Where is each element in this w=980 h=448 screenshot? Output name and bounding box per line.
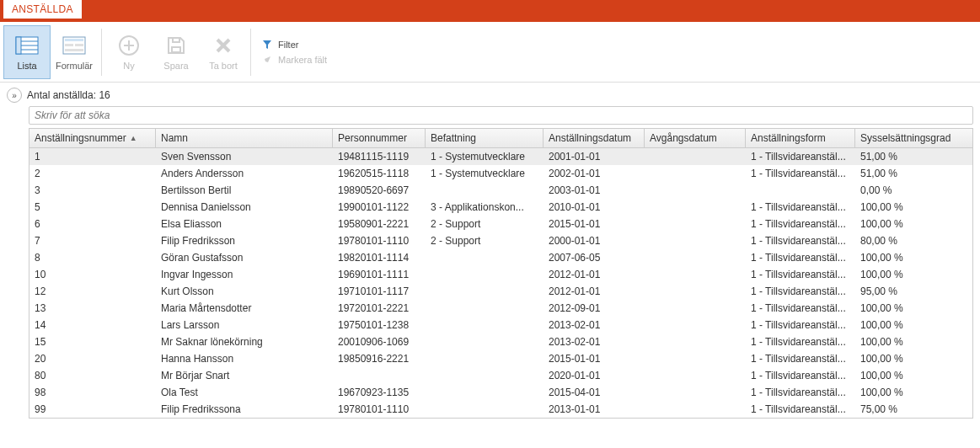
filter-button[interactable]: Filter — [261, 39, 327, 51]
col-label: Avgångsdatum — [650, 132, 717, 144]
filter-group: Filter Markera fält — [254, 39, 327, 66]
header-tab-anstallda[interactable]: ANSTÄLLDA — [3, 0, 82, 19]
cell-anstnr: 3 — [29, 184, 156, 196]
cell-pnr: 19481115-1119 — [333, 151, 426, 163]
cell-anstdatum: 2020-01-01 — [544, 370, 645, 381]
search-box[interactable] — [29, 106, 973, 125]
cell-form: 1 - Tillsvidareanstäl... — [746, 302, 855, 314]
app-header: ANSTÄLLDA — [0, 0, 980, 22]
table-row[interactable]: 7Filip Fredriksson19780101-11102 - Suppo… — [29, 232, 972, 249]
svg-rect-14 — [173, 38, 179, 42]
cell-anstnr: 8 — [29, 252, 156, 264]
cell-namn: Anders Andersson — [156, 168, 333, 179]
cell-pnr: 19900101-1122 — [333, 201, 426, 213]
cell-anstdatum: 2010-01-01 — [544, 201, 645, 213]
table-row[interactable]: 2Anders Andersson19620515-11181 - System… — [29, 165, 972, 182]
cell-anstdatum: 2012-01-01 — [544, 285, 645, 297]
cell-pnr: 19850916-2221 — [333, 353, 426, 365]
cell-pnr: 19710101-1117 — [333, 285, 426, 297]
cell-pnr: 19620515-1118 — [333, 168, 426, 179]
cell-anstnr: 12 — [29, 285, 156, 297]
toolbar: Lista Formulär Ny Spara Ta bort Filter — [0, 22, 980, 83]
cell-pnr: 19750101-1238 — [333, 319, 426, 331]
cell-pnr: 19720101-2221 — [333, 302, 426, 314]
formular-label: Formulär — [56, 61, 93, 71]
table-row[interactable]: 6Elsa Eliasson19580901-22212 - Support20… — [29, 216, 972, 232]
table-row[interactable]: 8Göran Gustafsson19820101-11142007-06-05… — [29, 249, 972, 266]
cell-grad: 75,00 % — [855, 403, 965, 415]
table-row[interactable]: 14Lars Larsson19750101-12382013-02-011 -… — [29, 317, 972, 333]
col-label: Namn — [161, 132, 188, 144]
lista-button[interactable]: Lista — [3, 25, 51, 79]
table-row[interactable]: 98Ola Test19670923-11352015-04-011 - Til… — [29, 384, 972, 401]
grid-header: Anställningsnummer ▲ Namn Personnummer B… — [29, 128, 972, 148]
table-row[interactable]: 3Bertilsson Bertil19890520-66972003-01-0… — [29, 182, 972, 199]
table-row[interactable]: 13Maria Mårtensdotter19720101-22212012-0… — [29, 300, 972, 317]
col-anstdatum[interactable]: Anställningsdatum — [544, 129, 645, 147]
cell-form: 1 - Tillsvidareanstäl... — [746, 403, 855, 415]
cell-grad: 51,00 % — [855, 168, 965, 179]
col-label: Befattning — [431, 132, 476, 144]
table-row[interactable]: 99Filip Fredrikssona19780101-11102013-01… — [29, 401, 972, 418]
cell-grad: 100,00 % — [855, 269, 965, 280]
markera-label: Markera fält — [278, 55, 327, 65]
col-namn[interactable]: Namn — [156, 129, 333, 147]
cell-namn: Dennisa Danielsson — [156, 201, 333, 213]
toolbar-separator — [101, 29, 102, 76]
count-label: Antal anställda: 16 — [27, 89, 110, 101]
col-anstnr[interactable]: Anställningsnummer ▲ — [29, 129, 156, 147]
svg-rect-9 — [65, 49, 83, 51]
cell-grad: 0,00 % — [855, 184, 965, 196]
cell-anstdatum: 2015-01-01 — [544, 353, 645, 365]
table-row[interactable]: 12Kurt Olsson19710101-11172012-01-011 - … — [29, 283, 972, 300]
search-input[interactable] — [35, 109, 967, 121]
cell-grad: 100,00 % — [855, 353, 965, 365]
cell-pnr: 19820101-1114 — [333, 252, 426, 264]
toolbar-separator — [250, 29, 251, 76]
col-avgangs[interactable]: Avgångsdatum — [645, 129, 746, 147]
list-icon — [14, 33, 40, 58]
table-row[interactable]: 10Ingvar Ingesson19690101-11112012-01-01… — [29, 266, 972, 283]
col-label: Personnummer — [338, 132, 407, 144]
cell-namn: Göran Gustafsson — [156, 252, 333, 264]
cell-pnr: 19670923-1135 — [333, 387, 426, 398]
cell-anstnr: 20 — [29, 353, 156, 365]
markera-button: Markera fält — [261, 54, 327, 66]
table-row[interactable]: 15Mr Saknar lönekörning20010906-10692013… — [29, 333, 972, 350]
delete-icon — [211, 33, 236, 58]
cell-grad: 80,00 % — [855, 235, 965, 247]
col-pnr[interactable]: Personnummer — [333, 129, 426, 147]
cell-grad: 51,00 % — [855, 151, 965, 163]
table-row[interactable]: 1Sven Svensson19481115-11191 - Systemutv… — [29, 148, 972, 165]
table-row[interactable]: 5Dennisa Danielsson19900101-11223 - Appl… — [29, 199, 972, 216]
cell-anstdatum: 2002-01-01 — [544, 168, 645, 179]
tabort-button: Ta bort — [200, 25, 247, 79]
svg-rect-13 — [172, 47, 180, 52]
funnel-icon — [261, 39, 273, 51]
form-icon — [62, 33, 87, 58]
cell-namn: Filip Fredrikssona — [156, 403, 333, 415]
cell-form: 1 - Tillsvidareanstäl... — [746, 387, 855, 398]
cell-namn: Lars Larsson — [156, 319, 333, 331]
cell-grad: 100,00 % — [855, 302, 965, 314]
table-row[interactable]: 20Hanna Hansson19850916-22212015-01-011 … — [29, 350, 972, 367]
cell-grad: 100,00 % — [855, 370, 965, 381]
formular-button[interactable]: Formulär — [51, 25, 98, 79]
spara-label: Spara — [163, 61, 188, 71]
cell-anstdatum: 2003-01-01 — [544, 184, 645, 196]
cell-pnr: 19780101-1110 — [333, 235, 426, 247]
cell-grad: 100,00 % — [855, 387, 965, 398]
table-row[interactable]: 80Mr Börjar Snart2020-01-011 - Tillsvida… — [29, 367, 972, 384]
cell-form: 1 - Tillsvidareanstäl... — [746, 319, 855, 331]
expand-button[interactable]: » — [7, 88, 22, 103]
plus-circle-icon — [116, 33, 142, 58]
cell-anstnr: 99 — [29, 403, 156, 415]
cell-pnr: 19780101-1110 — [333, 403, 426, 415]
cell-befattning: 1 - Systemutvecklare — [426, 151, 544, 163]
cell-befattning: 3 - Applikationskon... — [426, 201, 544, 213]
save-icon — [163, 33, 189, 58]
cell-grad: 100,00 % — [855, 252, 965, 264]
col-befattning[interactable]: Befattning — [426, 129, 544, 147]
col-form[interactable]: Anställningsform — [746, 129, 855, 147]
col-grad[interactable]: Sysselsättningsgrad — [855, 129, 965, 147]
